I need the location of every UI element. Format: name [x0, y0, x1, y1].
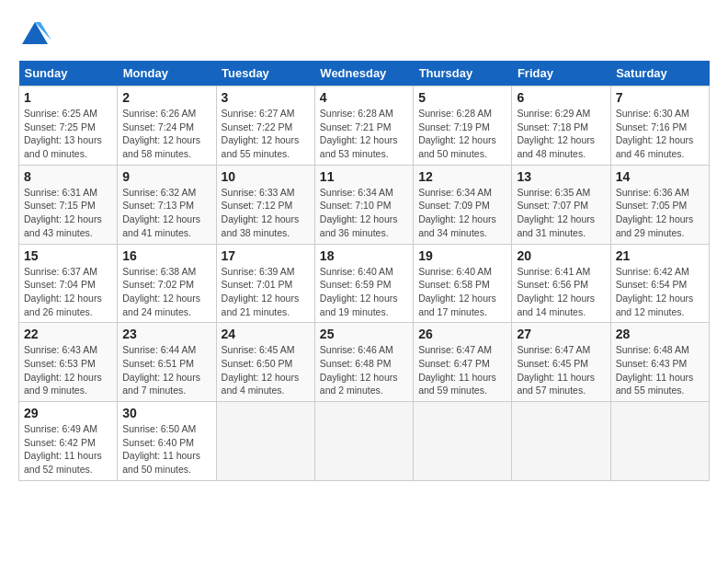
calendar-cell: 17Sunrise: 6:39 AM Sunset: 7:01 PM Dayli…: [216, 244, 314, 323]
day-info: Sunrise: 6:26 AM Sunset: 7:24 PM Dayligh…: [122, 107, 210, 161]
day-number: 7: [616, 90, 704, 105]
day-number: 10: [222, 169, 310, 184]
calendar-cell: [414, 402, 512, 481]
day-info: Sunrise: 6:49 AM Sunset: 6:42 PM Dayligh…: [24, 422, 112, 477]
calendar-cell: 22Sunrise: 6:43 AM Sunset: 6:53 PM Dayli…: [19, 323, 118, 402]
calendar-cell: 27Sunrise: 6:47 AM Sunset: 6:45 PM Dayli…: [512, 323, 610, 402]
day-number: 16: [122, 248, 210, 263]
calendar-cell: 18Sunrise: 6:40 AM Sunset: 6:59 PM Dayli…: [314, 244, 413, 323]
day-info: Sunrise: 6:42 AM Sunset: 6:54 PM Dayligh…: [616, 265, 704, 319]
calendar-cell: 19Sunrise: 6:40 AM Sunset: 6:58 PM Dayli…: [414, 244, 512, 323]
day-info: Sunrise: 6:36 AM Sunset: 7:05 PM Dayligh…: [616, 186, 704, 240]
day-info: Sunrise: 6:33 AM Sunset: 7:12 PM Dayligh…: [222, 186, 310, 240]
svg-marker-0: [22, 22, 48, 44]
day-info: Sunrise: 6:43 AM Sunset: 6:53 PM Dayligh…: [24, 343, 112, 397]
weekday-header-sunday: Sunday: [19, 61, 118, 86]
day-info: Sunrise: 6:45 AM Sunset: 6:50 PM Dayligh…: [222, 343, 310, 397]
day-info: Sunrise: 6:31 AM Sunset: 7:15 PM Dayligh…: [24, 186, 112, 240]
day-number: 13: [517, 169, 605, 184]
calendar-cell: 20Sunrise: 6:41 AM Sunset: 6:56 PM Dayli…: [512, 244, 610, 323]
calendar-cell: 15Sunrise: 6:37 AM Sunset: 7:04 PM Dayli…: [19, 244, 118, 323]
day-number: 23: [122, 327, 210, 341]
day-number: 24: [222, 327, 310, 341]
day-number: 18: [320, 248, 408, 263]
calendar-week-2: 8Sunrise: 6:31 AM Sunset: 7:15 PM Daylig…: [19, 165, 710, 244]
day-number: 30: [122, 406, 210, 420]
day-number: 2: [122, 90, 210, 105]
day-info: Sunrise: 6:32 AM Sunset: 7:13 PM Dayligh…: [122, 186, 210, 240]
day-info: Sunrise: 6:40 AM Sunset: 6:59 PM Dayligh…: [320, 265, 408, 319]
calendar-cell: 26Sunrise: 6:47 AM Sunset: 6:47 PM Dayli…: [414, 323, 512, 402]
day-number: 12: [418, 169, 506, 184]
calendar-cell: 7Sunrise: 6:30 AM Sunset: 7:16 PM Daylig…: [610, 86, 709, 166]
day-number: 19: [418, 248, 506, 263]
day-number: 21: [616, 248, 704, 263]
day-number: 29: [24, 406, 112, 420]
day-info: Sunrise: 6:27 AM Sunset: 7:22 PM Dayligh…: [222, 107, 310, 161]
calendar-cell: 10Sunrise: 6:33 AM Sunset: 7:12 PM Dayli…: [216, 165, 314, 244]
calendar-cell: 25Sunrise: 6:46 AM Sunset: 6:48 PM Dayli…: [314, 323, 413, 402]
day-info: Sunrise: 6:30 AM Sunset: 7:16 PM Dayligh…: [616, 107, 704, 161]
day-number: 28: [616, 327, 704, 341]
calendar-cell: 2Sunrise: 6:26 AM Sunset: 7:24 PM Daylig…: [118, 86, 216, 166]
day-info: Sunrise: 6:34 AM Sunset: 7:10 PM Dayligh…: [320, 186, 408, 240]
calendar-cell: 9Sunrise: 6:32 AM Sunset: 7:13 PM Daylig…: [118, 165, 216, 244]
calendar-cell: [216, 402, 314, 481]
page-header: [18, 18, 710, 52]
calendar-table: SundayMondayTuesdayWednesdayThursdayFrid…: [18, 61, 710, 481]
day-info: Sunrise: 6:47 AM Sunset: 6:47 PM Dayligh…: [418, 343, 506, 397]
weekday-header-tuesday: Tuesday: [216, 61, 314, 86]
day-info: Sunrise: 6:39 AM Sunset: 7:01 PM Dayligh…: [222, 265, 310, 319]
calendar-cell: [314, 402, 413, 481]
day-number: 22: [24, 327, 112, 341]
calendar-cell: 21Sunrise: 6:42 AM Sunset: 6:54 PM Dayli…: [610, 244, 709, 323]
day-info: Sunrise: 6:47 AM Sunset: 6:45 PM Dayligh…: [517, 343, 605, 397]
day-number: 25: [320, 327, 408, 341]
day-number: 11: [320, 169, 408, 184]
calendar-cell: 8Sunrise: 6:31 AM Sunset: 7:15 PM Daylig…: [19, 165, 118, 244]
day-info: Sunrise: 6:25 AM Sunset: 7:25 PM Dayligh…: [24, 107, 112, 161]
day-info: Sunrise: 6:28 AM Sunset: 7:19 PM Dayligh…: [418, 107, 506, 161]
day-number: 4: [320, 90, 408, 105]
day-info: Sunrise: 6:48 AM Sunset: 6:43 PM Dayligh…: [616, 343, 704, 397]
calendar-cell: 3Sunrise: 6:27 AM Sunset: 7:22 PM Daylig…: [216, 86, 314, 166]
calendar-cell: 30Sunrise: 6:50 AM Sunset: 6:40 PM Dayli…: [118, 402, 216, 481]
logo: [18, 18, 57, 52]
day-info: Sunrise: 6:28 AM Sunset: 7:21 PM Dayligh…: [320, 107, 408, 161]
day-number: 17: [222, 248, 310, 263]
day-info: Sunrise: 6:38 AM Sunset: 7:02 PM Dayligh…: [122, 265, 210, 319]
calendar-cell: [610, 402, 709, 481]
calendar-cell: 5Sunrise: 6:28 AM Sunset: 7:19 PM Daylig…: [414, 86, 512, 166]
calendar-cell: 29Sunrise: 6:49 AM Sunset: 6:42 PM Dayli…: [19, 402, 118, 481]
logo-icon: [18, 18, 51, 52]
calendar-cell: 23Sunrise: 6:44 AM Sunset: 6:51 PM Dayli…: [118, 323, 216, 402]
day-info: Sunrise: 6:41 AM Sunset: 6:56 PM Dayligh…: [517, 265, 605, 319]
day-info: Sunrise: 6:35 AM Sunset: 7:07 PM Dayligh…: [517, 186, 605, 240]
day-number: 26: [418, 327, 506, 341]
day-number: 3: [222, 90, 310, 105]
day-info: Sunrise: 6:46 AM Sunset: 6:48 PM Dayligh…: [320, 343, 408, 397]
calendar-cell: 6Sunrise: 6:29 AM Sunset: 7:18 PM Daylig…: [512, 86, 610, 166]
calendar-cell: 14Sunrise: 6:36 AM Sunset: 7:05 PM Dayli…: [610, 165, 709, 244]
day-info: Sunrise: 6:29 AM Sunset: 7:18 PM Dayligh…: [517, 107, 605, 161]
calendar-cell: [512, 402, 610, 481]
calendar-cell: 12Sunrise: 6:34 AM Sunset: 7:09 PM Dayli…: [414, 165, 512, 244]
weekday-header-saturday: Saturday: [610, 61, 709, 86]
day-info: Sunrise: 6:50 AM Sunset: 6:40 PM Dayligh…: [122, 422, 210, 477]
calendar-week-4: 22Sunrise: 6:43 AM Sunset: 6:53 PM Dayli…: [19, 323, 710, 402]
weekday-header-friday: Friday: [512, 61, 610, 86]
day-number: 8: [24, 169, 112, 184]
day-number: 15: [24, 248, 112, 263]
day-number: 27: [517, 327, 605, 341]
day-info: Sunrise: 6:34 AM Sunset: 7:09 PM Dayligh…: [418, 186, 506, 240]
day-info: Sunrise: 6:44 AM Sunset: 6:51 PM Dayligh…: [122, 343, 210, 397]
day-number: 6: [517, 90, 605, 105]
weekday-header-thursday: Thursday: [414, 61, 512, 86]
calendar-cell: 13Sunrise: 6:35 AM Sunset: 7:07 PM Dayli…: [512, 165, 610, 244]
calendar-week-5: 29Sunrise: 6:49 AM Sunset: 6:42 PM Dayli…: [19, 402, 710, 481]
calendar-cell: 1Sunrise: 6:25 AM Sunset: 7:25 PM Daylig…: [19, 86, 118, 166]
day-number: 20: [517, 248, 605, 263]
weekday-header-row: SundayMondayTuesdayWednesdayThursdayFrid…: [19, 61, 710, 86]
calendar-week-1: 1Sunrise: 6:25 AM Sunset: 7:25 PM Daylig…: [19, 86, 710, 166]
calendar-cell: 4Sunrise: 6:28 AM Sunset: 7:21 PM Daylig…: [314, 86, 413, 166]
